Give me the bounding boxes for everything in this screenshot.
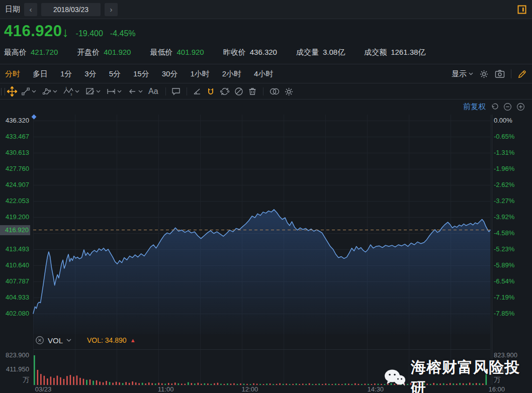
- volume-bar: [240, 383, 241, 385]
- volume-bar: [230, 383, 232, 385]
- volume-bar: [188, 382, 189, 385]
- vol-up-triangle-icon: ▲: [130, 337, 136, 343]
- volume-bar: [283, 384, 284, 385]
- volume-bar: [76, 375, 78, 385]
- zoom-out-icon[interactable]: [503, 103, 512, 111]
- volume-bar: [276, 384, 278, 385]
- volume-bar: [109, 382, 111, 385]
- volume-bar: [325, 383, 326, 385]
- volume-bar: [138, 383, 140, 385]
- pct-axis-label: -1.96%: [494, 165, 514, 173]
- volume-bar: [112, 383, 114, 385]
- volume-bar: [318, 383, 320, 385]
- volume-bar: [34, 355, 35, 385]
- volume-bar: [79, 378, 81, 385]
- volume-bar: [158, 383, 159, 385]
- remove-indicator-icon[interactable]: [35, 336, 44, 345]
- price-axis-label: 424.907: [0, 181, 29, 189]
- forward-adjust-link[interactable]: 前复权: [463, 102, 486, 112]
- time-label: 11:00: [158, 385, 174, 393]
- price-axis-label: 430.613: [0, 149, 29, 157]
- volume-bar: [263, 384, 264, 385]
- volume-bar: [201, 384, 202, 385]
- volume-bar: [250, 384, 251, 385]
- volume-bar: [214, 383, 215, 385]
- volume-bar: [253, 383, 254, 385]
- volume-bar: [312, 384, 313, 385]
- volume-bar: [145, 383, 146, 385]
- volume-bar: [338, 384, 340, 385]
- volume-bar: [44, 376, 45, 385]
- volume-bar: [122, 383, 124, 385]
- volume-bar: [40, 374, 42, 385]
- volume-bar: [207, 383, 209, 385]
- volume-bar: [151, 383, 153, 385]
- pct-axis-label: 0.00%: [494, 117, 512, 125]
- undo-icon[interactable]: [490, 103, 499, 111]
- volume-bar: [135, 382, 137, 385]
- volume-bar: [292, 384, 294, 385]
- pct-axis-label: -7.19%: [494, 293, 514, 302]
- pct-axis-label: -3.27%: [494, 197, 514, 205]
- price-axis-label: 404.933: [0, 293, 29, 302]
- pct-axis-label: -1.31%: [494, 149, 514, 157]
- pct-axis-label: -2.62%: [494, 181, 514, 189]
- volume-bar: [116, 382, 117, 385]
- price-axis-label: 436.320: [0, 117, 29, 125]
- volume-bar: [50, 376, 52, 385]
- drawing-anchor-diamond: [32, 115, 37, 120]
- volume-bar: [83, 379, 84, 385]
- volume-bar: [47, 378, 48, 385]
- vol-axis-label: 823.900: [0, 351, 29, 359]
- volume-bar: [351, 384, 353, 385]
- volume-bar: [224, 384, 225, 385]
- volume-bar: [256, 384, 258, 385]
- volume-bar: [289, 384, 291, 385]
- price-axis-label: 410.640: [0, 261, 29, 269]
- volume-bar: [371, 384, 373, 385]
- volume-bar: [70, 375, 71, 385]
- volume-bar: [266, 383, 268, 385]
- volume-bar: [142, 383, 143, 385]
- volume-bar: [322, 384, 323, 385]
- chevron-down-icon[interactable]: [66, 339, 71, 342]
- volume-bar: [217, 383, 219, 385]
- volume-bar: [129, 383, 130, 385]
- volume-bar: [37, 370, 39, 385]
- vol-indicator-label: VOL: [48, 336, 63, 345]
- price-axis-label: 402.080: [0, 310, 29, 318]
- volume-bar: [96, 380, 98, 385]
- volume-bar: [335, 383, 336, 385]
- volume-bar: [60, 377, 61, 385]
- volume-bar: [270, 383, 271, 385]
- volume-bar: [296, 383, 297, 385]
- volume-bar: [354, 383, 356, 385]
- volume-bar: [63, 379, 65, 385]
- chart-canvas[interactable]: [0, 0, 532, 393]
- volume-bar: [57, 376, 58, 385]
- volume-bar: [299, 384, 300, 385]
- price-axis-label: 419.200: [0, 213, 29, 221]
- volume-bar: [331, 384, 333, 385]
- volume-bar: [132, 381, 133, 385]
- pct-axis-label: -7.85%: [494, 310, 514, 318]
- volume-bar: [345, 383, 346, 385]
- volume-bar: [194, 383, 196, 385]
- time-label: 14:30: [368, 385, 384, 393]
- volume-bar: [119, 382, 120, 385]
- volume-bar: [174, 382, 176, 385]
- volume-bar: [279, 383, 281, 385]
- current-price-chip: 416.920: [0, 225, 30, 235]
- volume-bar: [243, 384, 245, 385]
- volume-bar: [378, 384, 379, 385]
- volume-bar: [168, 383, 169, 385]
- zoom-in-icon[interactable]: [516, 103, 525, 111]
- volume-bar: [227, 383, 228, 385]
- volume-bar: [66, 376, 68, 385]
- volume-bar: [374, 383, 376, 385]
- volume-bar: [164, 383, 166, 385]
- price-axis-label: 427.760: [0, 165, 29, 173]
- pct-axis-label: -3.92%: [494, 213, 514, 221]
- volume-bar: [246, 384, 248, 385]
- volume-bar: [348, 384, 349, 385]
